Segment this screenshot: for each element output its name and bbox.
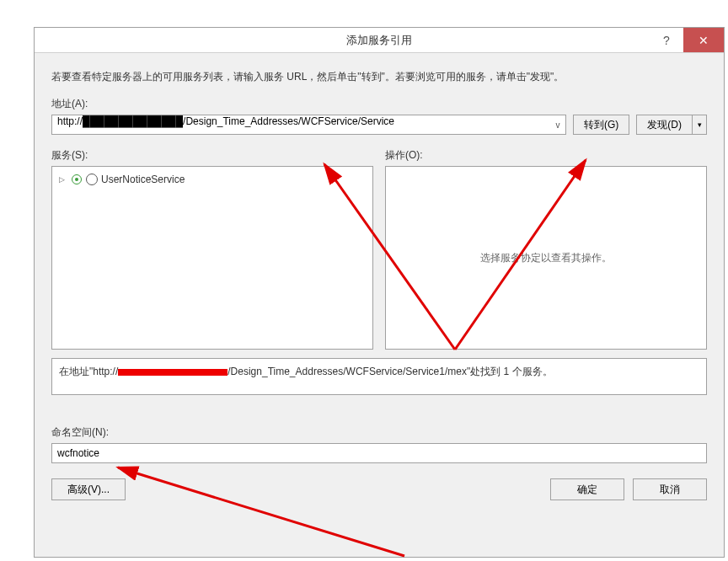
discover-button[interactable]: 发现(D) <box>636 115 692 135</box>
panels-row: 服务(S): ▷ UserNoticeService 操作(O): 选择服务协定… <box>51 148 707 350</box>
add-service-reference-dialog: 添加服务引用 ? ✕ 若要查看特定服务器上的可用服务列表，请输入服务 URL，然… <box>34 27 725 558</box>
address-row: http://██████████████/Design_Time_Addres… <box>51 115 707 135</box>
service-endpoint-icon <box>71 174 83 185</box>
globe-icon <box>86 174 98 185</box>
dialog-title: 添加服务引用 <box>35 33 724 48</box>
go-button[interactable]: 转到(G) <box>573 115 629 135</box>
tree-expand-icon[interactable]: ▷ <box>59 175 67 184</box>
namespace-input[interactable] <box>51 443 707 463</box>
cancel-button[interactable]: 取消 <box>633 478 707 500</box>
status-suffix: /Design_Time_Addresses/WCFService/Servic… <box>228 366 552 377</box>
titlebar-buttons: ? ✕ <box>650 28 724 52</box>
status-box: 在地址"http:///Design_Time_Addresses/WCFSer… <box>51 358 707 395</box>
services-label: 服务(S): <box>51 148 373 163</box>
address-combo[interactable]: http://██████████████/Design_Time_Addres… <box>51 115 566 135</box>
advanced-button[interactable]: 高级(V)... <box>51 478 126 500</box>
service-item-label: UserNoticeService <box>101 174 185 185</box>
services-listbox[interactable]: ▷ UserNoticeService <box>51 166 373 350</box>
operations-label: 操作(O): <box>385 148 707 163</box>
redacted-host <box>118 369 228 376</box>
help-button[interactable]: ? <box>650 28 683 52</box>
titlebar: 添加服务引用 ? ✕ <box>35 28 724 53</box>
namespace-row: 命名空间(N): <box>51 425 707 463</box>
ok-button[interactable]: 确定 <box>550 478 624 500</box>
operations-placeholder: 选择服务协定以查看其操作。 <box>391 172 701 344</box>
service-tree-item[interactable]: ▷ UserNoticeService <box>57 172 367 187</box>
close-button[interactable]: ✕ <box>683 28 724 52</box>
intro-text: 若要查看特定服务器上的可用服务列表，请输入服务 URL，然后单击"转到"。若要浏… <box>51 68 707 85</box>
dialog-content: 若要查看特定服务器上的可用服务列表，请输入服务 URL，然后单击"转到"。若要浏… <box>35 53 724 512</box>
operations-panel: 操作(O): 选择服务协定以查看其操作。 <box>385 148 707 350</box>
discover-dropdown-button[interactable]: ▾ <box>692 115 707 135</box>
status-prefix: 在地址"http:// <box>59 366 118 377</box>
services-panel: 服务(S): ▷ UserNoticeService <box>51 148 373 350</box>
address-label: 地址(A): <box>51 97 707 111</box>
namespace-label: 命名空间(N): <box>51 425 707 440</box>
address-dropdown-arrow[interactable]: v <box>550 120 565 130</box>
dialog-button-row: 高级(V)... 确定 取消 <box>51 478 707 500</box>
discover-split-button: 发现(D) ▾ <box>636 115 707 135</box>
operations-listbox[interactable]: 选择服务协定以查看其操作。 <box>385 166 707 350</box>
address-input[interactable]: http://██████████████/Design_Time_Addres… <box>52 115 550 134</box>
